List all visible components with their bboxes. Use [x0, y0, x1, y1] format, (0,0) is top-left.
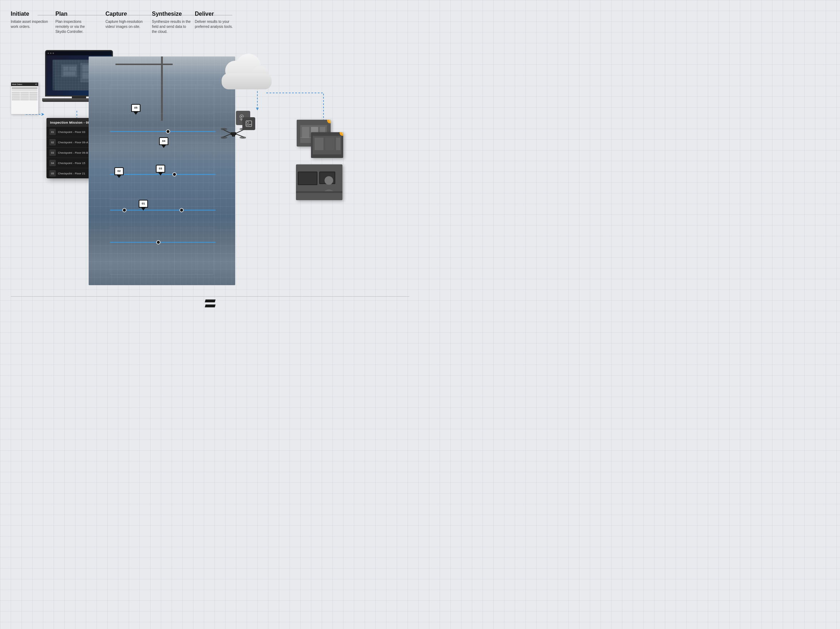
cloud-icon — [218, 61, 275, 89]
svg-rect-3 — [69, 66, 76, 71]
phase-capture-desc: Capture high-resolution video/ images on… — [106, 19, 145, 29]
svg-point-31 — [241, 116, 242, 117]
logo — [205, 300, 215, 307]
work-order-count: 47 — [35, 83, 37, 85]
work-order-table-row — [12, 97, 38, 99]
person-photo — [296, 164, 343, 200]
expand-arrow[interactable]: › — [69, 170, 70, 175]
work-order-table-row — [12, 99, 38, 101]
checkpoint-label-01: Checkpoint - Floor 03 — [58, 131, 85, 134]
svg-point-42 — [221, 137, 227, 139]
phase-deliver-desc: Deliver results to your preferred analys… — [195, 19, 234, 29]
checkpoint-label-02: Checkpoint - Floor 09-A — [58, 141, 88, 144]
checkpoint-05-badge: 05 — [131, 104, 141, 115]
checkpoint-num-03: 03 — [49, 150, 56, 156]
checkpoint-04-badge: 04 — [159, 137, 168, 148]
svg-point-34 — [246, 121, 249, 124]
work-order-row — [12, 89, 38, 91]
work-order-table-row — [12, 94, 38, 95]
phase-initiate-title: Initiate — [11, 11, 50, 17]
phase-capture: Capture Capture high-resolution video/ i… — [106, 11, 145, 29]
svg-rect-64 — [296, 191, 343, 193]
svg-point-46 — [233, 135, 234, 136]
phase-synthesize-title: Synthesize — [152, 11, 191, 17]
svg-point-40 — [221, 128, 227, 130]
phase-synthesize-desc: Synthesize results in the field and send… — [152, 19, 191, 34]
svg-rect-56 — [325, 137, 334, 150]
checkpoint-num-04: 04 — [49, 160, 56, 166]
phase-initiate-desc: Initiate asset inspection work orders. — [11, 19, 50, 29]
svg-rect-60 — [298, 172, 317, 184]
checkpoint-num-01: 01 — [49, 129, 56, 135]
work-order-body — [11, 86, 38, 101]
phase-plan-desc: Plan inspections remotely or via the Sky… — [55, 19, 95, 34]
work-order-header: Work Orders 47 — [11, 82, 38, 86]
phase-plan-title: Plan — [55, 11, 95, 17]
work-order-table-row — [12, 92, 38, 93]
phase-capture-title: Capture — [106, 11, 145, 17]
drone — [221, 126, 244, 138]
bottom-divider — [11, 296, 409, 296]
results-photo-2: ! — [311, 132, 343, 158]
svg-point-43 — [240, 137, 246, 139]
checkpoint-02-badge: 02 — [114, 167, 124, 178]
checkpoint-num-02: 02 — [49, 139, 56, 145]
work-order-row — [12, 87, 38, 89]
phase-deliver-title: Deliver — [195, 11, 234, 17]
phase-deliver: Deliver Deliver results to your preferre… — [195, 11, 234, 29]
phase-initiate: Initiate Initiate asset inspection work … — [11, 11, 50, 29]
work-order-table-row — [12, 95, 38, 97]
work-order-widget: Work Orders 47 — [11, 82, 39, 114]
svg-rect-57 — [336, 137, 340, 150]
checkpoint-label-04: Checkpoint - Floor 15 — [58, 162, 85, 165]
checkpoint-03-badge: 03 — [156, 164, 165, 175]
checkpoint-01-badge: 01 — [139, 199, 148, 211]
phase-plan: Plan Plan inspections remotely or via th… — [55, 11, 95, 34]
svg-rect-2 — [63, 66, 68, 71]
checkpoint-label-03: Checkpoint - Floor 09-B — [58, 151, 88, 154]
svg-rect-6 — [82, 65, 89, 71]
svg-point-63 — [325, 176, 333, 185]
laptop-topbar — [46, 51, 112, 55]
svg-rect-55 — [314, 137, 324, 150]
svg-rect-4 — [63, 71, 76, 76]
svg-rect-1 — [62, 65, 77, 77]
work-order-title: Work Orders — [12, 83, 22, 85]
checkpoint-num-05: 05 — [49, 170, 56, 177]
svg-rect-49 — [302, 127, 309, 137]
checkpoint-label-05: Checkpoint - Floor 21 — [58, 172, 85, 175]
work-order-table — [12, 92, 38, 101]
svg-point-41 — [240, 128, 246, 130]
phase-synthesize: Synthesize Synthesize results in the fie… — [152, 11, 191, 34]
